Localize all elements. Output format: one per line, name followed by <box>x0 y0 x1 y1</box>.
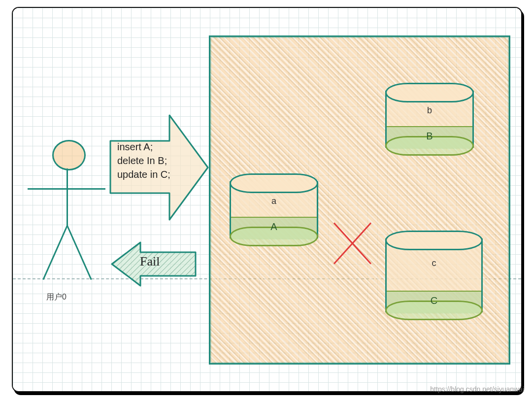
user-icon <box>28 140 101 293</box>
request-line-1: insert A; <box>117 140 191 154</box>
response-status: Fail <box>140 254 160 269</box>
user-label: 用户0 <box>46 292 66 302</box>
request-text: insert A; delete In B; update in C; <box>117 140 191 181</box>
db-host-a: a <box>230 196 318 206</box>
database-b: b B <box>385 83 474 156</box>
db-table-b: B <box>385 131 474 142</box>
request-line-2: delete In B; <box>117 154 191 167</box>
database-c: c C <box>385 231 483 320</box>
db-table-c: C <box>385 295 483 306</box>
db-host-c: c <box>385 258 483 268</box>
diagram-frame: 用户0 insert A; delete In B; update in C; … <box>12 7 522 392</box>
failure-x-icon <box>328 219 377 268</box>
watermark: https://blog.csdn.net/siyuanwai <box>430 385 524 393</box>
db-table-a: A <box>230 221 318 233</box>
request-line-3: update in C; <box>117 167 191 181</box>
database-a: a A <box>230 173 318 246</box>
db-host-b: b <box>385 105 474 116</box>
